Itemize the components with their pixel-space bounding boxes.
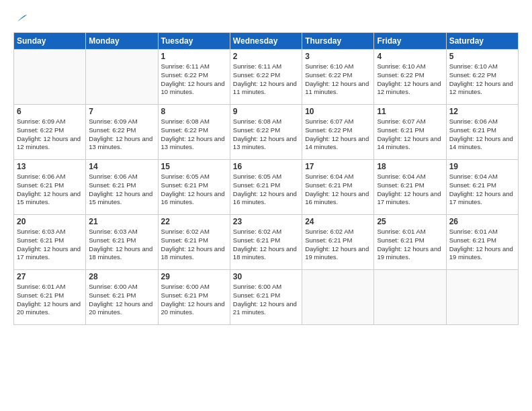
day-cell: 10Sunrise: 6:07 AM Sunset: 6:22 PM Dayli… (302, 105, 374, 160)
week-row-3: 13Sunrise: 6:06 AM Sunset: 6:21 PM Dayli… (14, 160, 519, 215)
day-info: Sunrise: 6:08 AM Sunset: 6:22 PM Dayligh… (161, 118, 227, 152)
day-info: Sunrise: 6:03 AM Sunset: 6:21 PM Dayligh… (89, 228, 154, 262)
week-row-2: 6Sunrise: 6:09 AM Sunset: 6:22 PM Daylig… (14, 105, 519, 160)
day-number: 18 (377, 162, 443, 171)
day-number: 9 (233, 107, 299, 116)
day-info: Sunrise: 6:05 AM Sunset: 6:21 PM Dayligh… (161, 173, 227, 207)
day-info: Sunrise: 6:00 AM Sunset: 6:21 PM Dayligh… (89, 283, 154, 317)
day-cell: 16Sunrise: 6:05 AM Sunset: 6:21 PM Dayli… (230, 160, 302, 215)
day-number: 17 (305, 162, 371, 171)
day-cell: 28Sunrise: 6:00 AM Sunset: 6:21 PM Dayli… (86, 270, 158, 325)
day-cell: 23Sunrise: 6:02 AM Sunset: 6:21 PM Dayli… (230, 215, 302, 270)
day-number: 26 (449, 217, 515, 226)
day-cell: 12Sunrise: 6:06 AM Sunset: 6:21 PM Dayli… (446, 105, 518, 160)
day-number: 24 (305, 217, 371, 226)
day-info: Sunrise: 6:02 AM Sunset: 6:21 PM Dayligh… (161, 228, 227, 262)
day-info: Sunrise: 6:07 AM Sunset: 6:22 PM Dayligh… (305, 118, 371, 152)
day-cell: 24Sunrise: 6:02 AM Sunset: 6:21 PM Dayli… (302, 215, 374, 270)
col-thursday: Thursday (302, 33, 374, 50)
calendar-body: 1Sunrise: 6:11 AM Sunset: 6:22 PM Daylig… (14, 50, 519, 325)
page: Sunday Monday Tuesday Wednesday Thursday… (0, 0, 532, 411)
day-number: 2 (233, 52, 299, 61)
day-cell: 21Sunrise: 6:03 AM Sunset: 6:21 PM Dayli… (86, 215, 158, 270)
col-monday: Monday (86, 33, 158, 50)
day-number: 15 (161, 162, 227, 171)
day-cell: 27Sunrise: 6:01 AM Sunset: 6:21 PM Dayli… (14, 270, 86, 325)
day-info: Sunrise: 6:11 AM Sunset: 6:22 PM Dayligh… (161, 62, 227, 97)
day-info: Sunrise: 6:00 AM Sunset: 6:21 PM Dayligh… (233, 283, 299, 317)
day-info: Sunrise: 6:11 AM Sunset: 6:22 PM Dayligh… (233, 62, 299, 97)
header-row: Sunday Monday Tuesday Wednesday Thursday… (14, 33, 519, 50)
day-cell: 4Sunrise: 6:10 AM Sunset: 6:22 PM Daylig… (374, 50, 446, 105)
day-info: Sunrise: 6:06 AM Sunset: 6:21 PM Dayligh… (89, 173, 154, 207)
day-number: 27 (17, 272, 83, 281)
day-info: Sunrise: 6:02 AM Sunset: 6:21 PM Dayligh… (305, 228, 371, 262)
day-info: Sunrise: 6:04 AM Sunset: 6:21 PM Dayligh… (305, 173, 371, 207)
day-number: 7 (89, 107, 154, 116)
day-cell: 9Sunrise: 6:08 AM Sunset: 6:22 PM Daylig… (230, 105, 302, 160)
day-cell: 15Sunrise: 6:05 AM Sunset: 6:21 PM Dayli… (158, 160, 230, 215)
day-number: 12 (449, 107, 515, 116)
day-info: Sunrise: 6:10 AM Sunset: 6:22 PM Dayligh… (377, 62, 443, 97)
header (13, 11, 519, 26)
day-cell: 30Sunrise: 6:00 AM Sunset: 6:21 PM Dayli… (230, 270, 302, 325)
day-number: 5 (449, 52, 515, 61)
day-number: 25 (377, 217, 443, 226)
day-cell (86, 50, 158, 105)
day-number: 14 (89, 162, 154, 171)
day-cell: 7Sunrise: 6:09 AM Sunset: 6:22 PM Daylig… (86, 105, 158, 160)
day-cell (14, 50, 86, 105)
day-cell: 26Sunrise: 6:01 AM Sunset: 6:21 PM Dayli… (446, 215, 518, 270)
day-number: 30 (233, 272, 299, 281)
day-info: Sunrise: 6:10 AM Sunset: 6:22 PM Dayligh… (305, 62, 371, 97)
col-tuesday: Tuesday (158, 33, 230, 50)
day-number: 16 (233, 162, 299, 171)
day-cell: 14Sunrise: 6:06 AM Sunset: 6:21 PM Dayli… (86, 160, 158, 215)
day-cell (302, 270, 374, 325)
day-number: 28 (89, 272, 154, 281)
day-cell: 3Sunrise: 6:10 AM Sunset: 6:22 PM Daylig… (302, 50, 374, 105)
week-row-4: 20Sunrise: 6:03 AM Sunset: 6:21 PM Dayli… (14, 215, 519, 270)
day-info: Sunrise: 6:08 AM Sunset: 6:22 PM Dayligh… (233, 118, 299, 152)
day-info: Sunrise: 6:09 AM Sunset: 6:22 PM Dayligh… (89, 118, 154, 152)
day-cell: 19Sunrise: 6:04 AM Sunset: 6:21 PM Dayli… (446, 160, 518, 215)
day-cell (374, 270, 446, 325)
col-saturday: Saturday (446, 33, 518, 50)
day-number: 29 (161, 272, 227, 281)
day-number: 8 (161, 107, 227, 116)
day-cell: 29Sunrise: 6:00 AM Sunset: 6:21 PM Dayli… (158, 270, 230, 325)
day-cell: 17Sunrise: 6:04 AM Sunset: 6:21 PM Dayli… (302, 160, 374, 215)
day-number: 19 (449, 162, 515, 171)
logo (13, 11, 31, 26)
day-info: Sunrise: 6:06 AM Sunset: 6:21 PM Dayligh… (17, 173, 83, 207)
day-cell: 5Sunrise: 6:10 AM Sunset: 6:22 PM Daylig… (446, 50, 518, 105)
svg-marker-1 (17, 13, 24, 21)
day-cell: 25Sunrise: 6:01 AM Sunset: 6:21 PM Dayli… (374, 215, 446, 270)
logo-icon (13, 11, 28, 26)
day-number: 20 (17, 217, 83, 226)
day-cell: 6Sunrise: 6:09 AM Sunset: 6:22 PM Daylig… (14, 105, 86, 160)
day-info: Sunrise: 6:02 AM Sunset: 6:21 PM Dayligh… (233, 228, 299, 262)
calendar-table: Sunday Monday Tuesday Wednesday Thursday… (13, 32, 519, 325)
day-info: Sunrise: 6:04 AM Sunset: 6:21 PM Dayligh… (449, 173, 515, 207)
col-friday: Friday (374, 33, 446, 50)
day-cell: 22Sunrise: 6:02 AM Sunset: 6:21 PM Dayli… (158, 215, 230, 270)
day-cell: 11Sunrise: 6:07 AM Sunset: 6:21 PM Dayli… (374, 105, 446, 160)
day-number: 11 (377, 107, 443, 116)
day-cell: 8Sunrise: 6:08 AM Sunset: 6:22 PM Daylig… (158, 105, 230, 160)
day-info: Sunrise: 6:01 AM Sunset: 6:21 PM Dayligh… (449, 228, 515, 262)
day-info: Sunrise: 6:09 AM Sunset: 6:22 PM Dayligh… (17, 118, 83, 152)
day-number: 23 (233, 217, 299, 226)
day-number: 3 (305, 52, 371, 61)
day-info: Sunrise: 6:01 AM Sunset: 6:21 PM Dayligh… (377, 228, 443, 262)
day-cell: 2Sunrise: 6:11 AM Sunset: 6:22 PM Daylig… (230, 50, 302, 105)
week-row-1: 1Sunrise: 6:11 AM Sunset: 6:22 PM Daylig… (14, 50, 519, 105)
day-info: Sunrise: 6:07 AM Sunset: 6:21 PM Dayligh… (377, 118, 443, 152)
day-number: 22 (161, 217, 227, 226)
day-info: Sunrise: 6:00 AM Sunset: 6:21 PM Dayligh… (161, 283, 227, 317)
week-row-5: 27Sunrise: 6:01 AM Sunset: 6:21 PM Dayli… (14, 270, 519, 325)
svg-marker-0 (17, 15, 28, 21)
col-sunday: Sunday (14, 33, 86, 50)
day-number: 13 (17, 162, 83, 171)
day-cell: 1Sunrise: 6:11 AM Sunset: 6:22 PM Daylig… (158, 50, 230, 105)
